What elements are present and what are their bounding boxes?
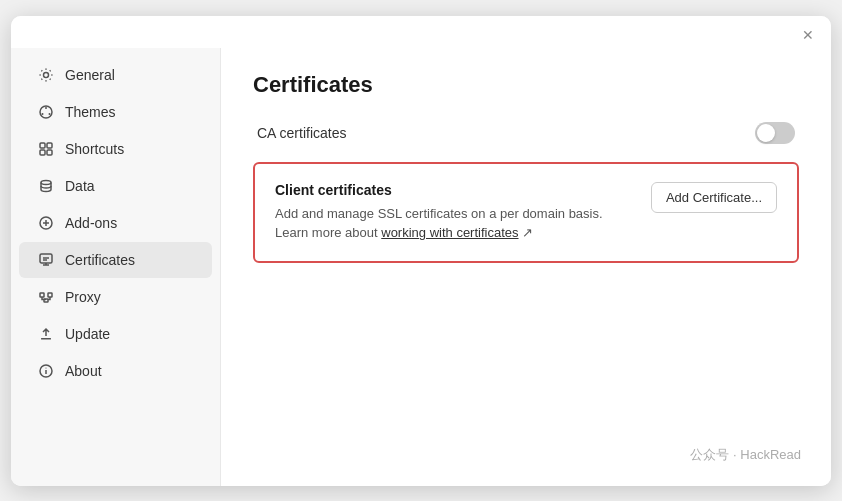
sidebar-item-data-label: Data: [65, 178, 95, 194]
sidebar-item-proxy-label: Proxy: [65, 289, 101, 305]
sidebar-item-themes-label: Themes: [65, 104, 116, 120]
sidebar-item-data[interactable]: Data: [19, 168, 212, 204]
page-title: Certificates: [253, 72, 799, 98]
sidebar: General Themes: [11, 48, 221, 486]
svg-point-9: [41, 180, 51, 184]
sidebar-item-about-label: About: [65, 363, 102, 379]
grid-icon: [37, 140, 55, 158]
client-cert-title: Client certificates: [275, 182, 635, 198]
svg-rect-15: [41, 338, 51, 340]
content-area: General Themes: [11, 48, 831, 486]
svg-rect-7: [40, 150, 45, 155]
database-icon: [37, 177, 55, 195]
client-cert-desc: Add and manage SSL certificates on a per…: [275, 204, 635, 243]
sidebar-item-proxy[interactable]: Proxy: [19, 279, 212, 315]
settings-window: ✕ General: [11, 16, 831, 486]
svg-rect-5: [40, 143, 45, 148]
svg-rect-8: [47, 150, 52, 155]
sidebar-item-general-label: General: [65, 67, 115, 83]
ca-certificates-row: CA certificates: [253, 122, 799, 144]
gear-icon: [37, 66, 55, 84]
svg-point-0: [44, 72, 49, 77]
sidebar-item-about[interactable]: About: [19, 353, 212, 389]
close-button[interactable]: ✕: [799, 26, 817, 44]
sidebar-item-shortcuts-label: Shortcuts: [65, 141, 124, 157]
add-certificate-button[interactable]: Add Certificate...: [651, 182, 777, 213]
svg-point-3: [49, 113, 51, 115]
external-link-arrow: ↗: [522, 225, 533, 240]
svg-rect-6: [47, 143, 52, 148]
client-certificates-box: Client certificates Add and manage SSL c…: [253, 162, 799, 263]
sidebar-item-shortcuts[interactable]: Shortcuts: [19, 131, 212, 167]
proxy-icon: [37, 288, 55, 306]
svg-rect-12: [40, 293, 44, 297]
sidebar-item-certificates[interactable]: Certificates: [19, 242, 212, 278]
sidebar-item-themes[interactable]: Themes: [19, 94, 212, 130]
title-bar: ✕: [11, 16, 831, 48]
ca-certificates-label: CA certificates: [257, 125, 346, 141]
sidebar-item-update[interactable]: Update: [19, 316, 212, 352]
upload-icon: [37, 325, 55, 343]
sidebar-item-general[interactable]: General: [19, 57, 212, 93]
sidebar-item-addons[interactable]: Add-ons: [19, 205, 212, 241]
sidebar-item-certificates-label: Certificates: [65, 252, 135, 268]
main-panel: Certificates CA certificates Client cert…: [221, 48, 831, 486]
svg-point-4: [42, 113, 44, 115]
svg-rect-13: [48, 293, 52, 297]
certificate-icon: [37, 251, 55, 269]
info-icon: [37, 362, 55, 380]
palette-icon: [37, 103, 55, 121]
svg-point-17: [45, 367, 46, 368]
svg-point-2: [45, 107, 47, 109]
watermark: 公众号 · HackRead: [690, 446, 801, 464]
working-with-certificates-link[interactable]: working with certificates: [381, 225, 518, 240]
plus-circle-icon: [37, 214, 55, 232]
sidebar-item-update-label: Update: [65, 326, 110, 342]
ca-toggle[interactable]: [755, 122, 795, 144]
sidebar-item-addons-label: Add-ons: [65, 215, 117, 231]
client-cert-text: Client certificates Add and manage SSL c…: [275, 182, 635, 243]
